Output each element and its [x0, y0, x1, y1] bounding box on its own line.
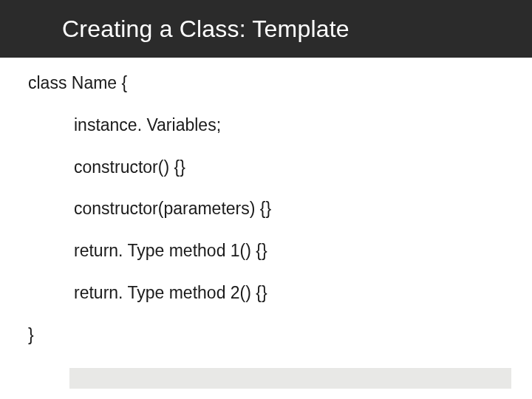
- code-line-4: constructor(parameters) {}: [28, 198, 504, 219]
- code-line-6: return. Type method 2() {}: [28, 282, 504, 304]
- slide: Creating a Class: Template class Name { …: [0, 0, 532, 399]
- code-line-2: instance. Variables;: [28, 115, 504, 136]
- slide-body: class Name { instance. Variables; constr…: [28, 72, 504, 345]
- code-line-1: class Name {: [28, 72, 504, 94]
- code-line-5: return. Type method 1() {}: [28, 240, 504, 262]
- footer-strip: [69, 368, 511, 389]
- title-bar: Creating a Class: Template: [0, 0, 532, 58]
- slide-title: Creating a Class: Template: [62, 16, 349, 43]
- code-line-7: }: [28, 324, 504, 346]
- code-line-3: constructor() {}: [28, 157, 504, 178]
